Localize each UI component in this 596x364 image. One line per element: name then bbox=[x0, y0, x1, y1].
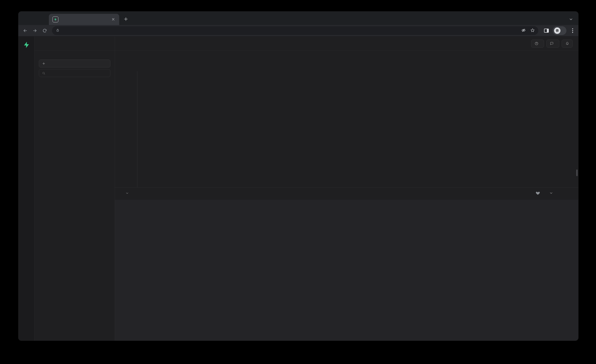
results-output bbox=[115, 200, 578, 341]
window-maximize-button[interactable] bbox=[37, 16, 41, 20]
password-hidden-icon[interactable] bbox=[521, 28, 526, 34]
reload-icon[interactable] bbox=[40, 26, 49, 35]
incognito-badge bbox=[553, 26, 566, 35]
side-panel-icon[interactable] bbox=[544, 29, 549, 33]
search-input[interactable] bbox=[48, 71, 107, 75]
window-controls bbox=[24, 16, 41, 20]
notifications-button[interactable] bbox=[562, 40, 573, 48]
main-header bbox=[115, 37, 578, 51]
tab-search-chevron-icon[interactable] bbox=[569, 17, 573, 22]
results-bar bbox=[115, 187, 578, 200]
indent-guide bbox=[137, 71, 137, 187]
new-tab-button[interactable] bbox=[123, 16, 129, 23]
browser-window bbox=[18, 11, 578, 341]
sql-editor-panel bbox=[35, 37, 115, 341]
nav-rail bbox=[18, 37, 35, 341]
supabase-favicon-icon bbox=[52, 16, 58, 22]
browser-toolbar bbox=[18, 25, 578, 37]
lock-icon bbox=[56, 28, 60, 33]
new-query-button[interactable] bbox=[39, 59, 110, 67]
editor-scrollbar[interactable] bbox=[576, 170, 578, 176]
main-area bbox=[115, 37, 578, 341]
sql-code-editor[interactable] bbox=[115, 51, 578, 187]
feedback-button[interactable] bbox=[546, 40, 559, 48]
help-button[interactable] bbox=[531, 40, 544, 48]
incognito-icon bbox=[554, 27, 560, 34]
panel-header bbox=[35, 37, 115, 51]
browser-tab[interactable] bbox=[49, 14, 119, 25]
save-options-chevron-icon[interactable] bbox=[549, 191, 553, 196]
snippet-search[interactable] bbox=[39, 69, 110, 77]
forward-icon[interactable] bbox=[30, 26, 39, 35]
browser-menu-icon[interactable] bbox=[571, 27, 574, 34]
results-chevron-icon[interactable] bbox=[125, 191, 129, 196]
url-bar[interactable] bbox=[52, 26, 538, 35]
bookmark-star-icon[interactable] bbox=[530, 28, 535, 34]
window-close-button[interactable] bbox=[24, 16, 28, 20]
window-minimize-button[interactable] bbox=[30, 16, 35, 20]
tab-close-icon[interactable] bbox=[111, 17, 116, 22]
tab-strip bbox=[18, 11, 578, 25]
back-icon[interactable] bbox=[21, 26, 30, 35]
favorite-heart-icon[interactable] bbox=[536, 191, 540, 196]
supabase-app bbox=[18, 37, 578, 341]
supabase-logo-icon[interactable] bbox=[22, 41, 30, 49]
